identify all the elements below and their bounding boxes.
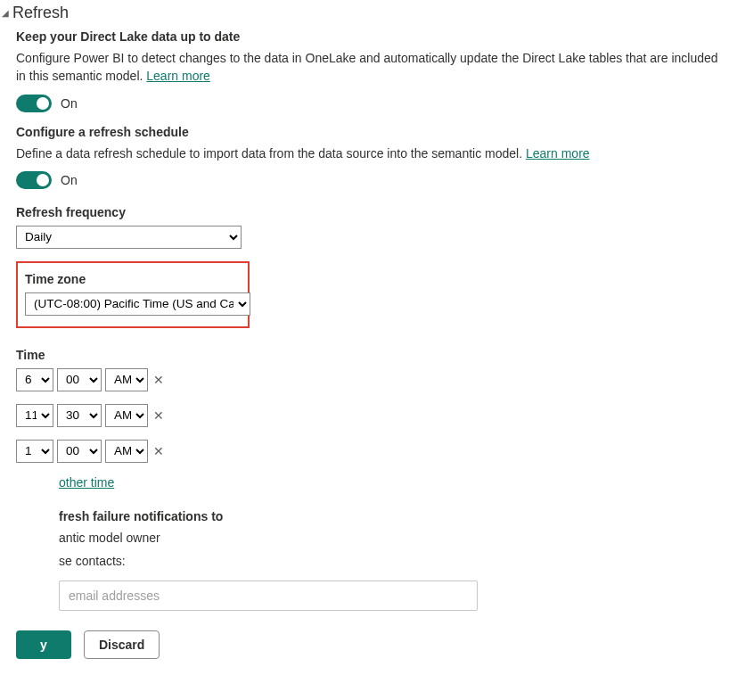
frequency-label: Refresh frequency [16, 205, 720, 219]
direct-lake-heading: Keep your Direct Lake data up to date [16, 29, 720, 44]
notifications-heading: fresh failure notifications to [16, 509, 720, 523]
apply-button[interactable]: y [16, 630, 71, 659]
chevron-down-icon: ◢ [2, 8, 9, 18]
schedule-toggle[interactable] [16, 171, 52, 189]
contacts-checkbox-label: se contacts: [59, 554, 126, 568]
owner-checkbox-label: antic model owner [59, 531, 160, 545]
remove-time-1[interactable]: ✕ [153, 408, 164, 423]
timezone-label: Time zone [25, 272, 241, 286]
time-row-0: 6 00 AM ✕ [16, 368, 720, 391]
schedule-toggle-label: On [61, 173, 78, 187]
time-hour-select-0[interactable]: 6 [16, 368, 53, 391]
time-row-2: 1 00 AM ✕ [16, 440, 720, 463]
timezone-highlight-box: Time zone (UTC-08:00) Pacific Time (US a… [16, 261, 250, 328]
time-row-1: 11 30 AM ✕ [16, 404, 720, 427]
time-ampm-select-1[interactable]: AM [105, 404, 148, 427]
schedule-description: Define a data refresh schedule to import… [16, 144, 720, 162]
refresh-section-header[interactable]: ◢ Refresh [0, 4, 729, 22]
direct-lake-learn-more-link[interactable]: Learn more [146, 69, 210, 83]
timezone-select[interactable]: (UTC-08:00) Pacific Time (US and Can [25, 292, 250, 316]
remove-time-2[interactable]: ✕ [153, 444, 164, 458]
frequency-select[interactable]: Daily [16, 226, 242, 249]
email-addresses-input[interactable] [59, 581, 478, 611]
add-another-time-link[interactable]: other time [59, 475, 114, 490]
time-minute-select-0[interactable]: 00 [57, 368, 102, 391]
time-minute-select-2[interactable]: 00 [57, 440, 102, 463]
schedule-learn-more-link[interactable]: Learn more [526, 146, 590, 161]
time-hour-select-1[interactable]: 11 [16, 404, 53, 427]
direct-lake-toggle[interactable] [16, 95, 52, 112]
time-minute-select-1[interactable]: 30 [57, 404, 102, 427]
time-ampm-select-0[interactable]: AM [105, 368, 148, 391]
time-ampm-select-2[interactable]: AM [105, 440, 148, 463]
remove-time-0[interactable]: ✕ [153, 373, 164, 387]
schedule-description-text: Define a data refresh schedule to import… [16, 146, 526, 161]
direct-lake-description-text: Configure Power BI to detect changes to … [16, 51, 718, 83]
schedule-heading: Configure a refresh schedule [16, 125, 720, 139]
section-title: Refresh [12, 4, 69, 22]
direct-lake-toggle-label: On [61, 96, 78, 111]
discard-button[interactable]: Discard [84, 630, 160, 659]
direct-lake-description: Configure Power BI to detect changes to … [16, 49, 720, 86]
time-label: Time [16, 348, 720, 362]
time-hour-select-2[interactable]: 1 [16, 440, 53, 463]
